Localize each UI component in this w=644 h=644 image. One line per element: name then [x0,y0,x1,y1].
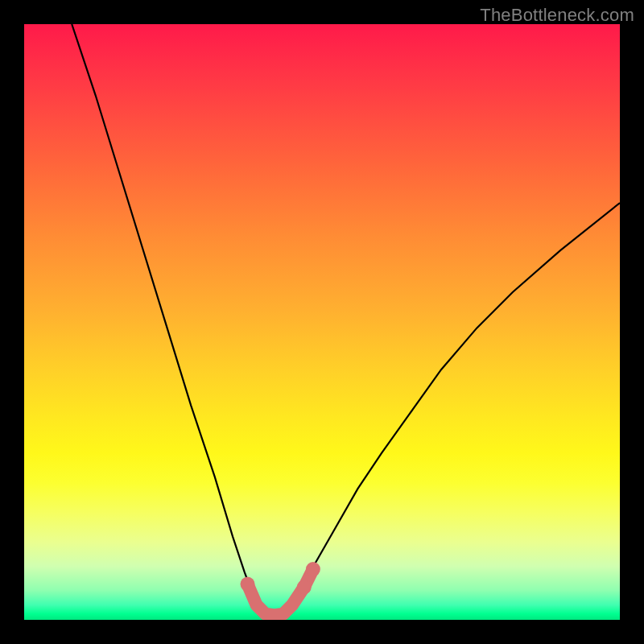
chart-plot-area [24,24,620,620]
watermark-text: TheBottleneck.com [480,5,634,26]
highlighted-point [297,580,312,594]
highlighted-point [306,562,320,576]
highlighted-point [241,577,255,592]
chart-svg [24,24,620,620]
bottleneck-curve-line [72,24,620,616]
highlighted-points-group [241,562,320,615]
